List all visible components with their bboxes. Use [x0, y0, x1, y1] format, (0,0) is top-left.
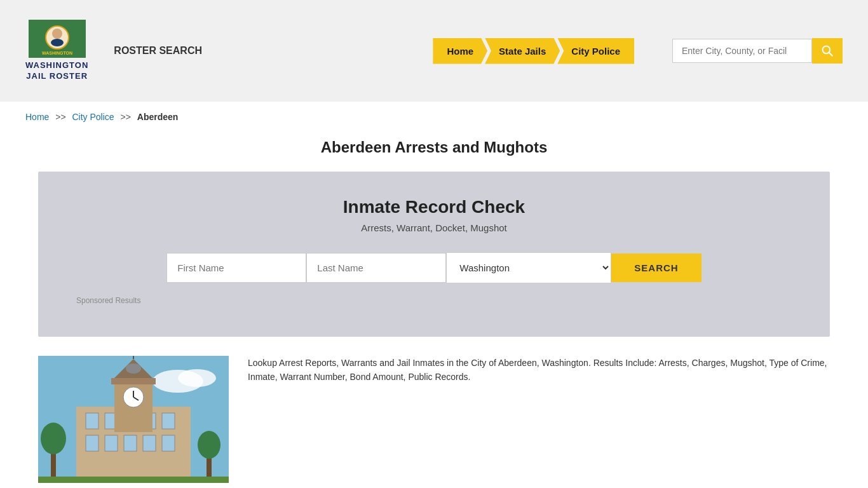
svg-rect-20 [162, 435, 175, 451]
svg-rect-18 [124, 435, 137, 451]
header-search-area [672, 38, 843, 64]
header-search-button[interactable] [812, 38, 843, 64]
record-check-section: Inmate Record Check Arrests, Warrant, Do… [38, 172, 830, 337]
svg-line-6 [829, 53, 833, 57]
svg-rect-22 [111, 378, 156, 384]
header-search-input[interactable] [672, 39, 812, 63]
city-police-nav-button[interactable]: City Police [557, 38, 634, 64]
svg-point-9 [178, 369, 216, 387]
sponsored-label: Sponsored Results [76, 296, 792, 305]
breadcrumb-sep2: >> [121, 112, 131, 122]
svg-rect-33 [38, 477, 229, 483]
svg-rect-19 [143, 435, 156, 451]
page-title: Aberdeen Arrests and Mughots [0, 139, 868, 156]
svg-point-2 [52, 29, 62, 39]
first-name-input[interactable] [166, 253, 306, 283]
inmate-search-form: AlabamaAlaskaArizonaArkansasCaliforniaCo… [76, 252, 792, 283]
search-icon [821, 44, 834, 57]
logo-area: WASHINGTON WASHINGTON JAIL ROSTER [25, 20, 88, 82]
roster-search-label: ROSTER SEARCH [114, 45, 202, 57]
svg-rect-11 [86, 413, 98, 429]
state-select[interactable]: AlabamaAlaskaArizonaArkansasCaliforniaCo… [446, 252, 611, 283]
bottom-section: Lookup Arrest Reports, Warrants and Jail… [0, 337, 868, 488]
logo-title: WASHINGTON JAIL ROSTER [25, 60, 88, 82]
main-nav: Home State Jails City Police [433, 38, 634, 64]
svg-point-32 [198, 431, 220, 459]
svg-point-3 [51, 39, 64, 46]
last-name-input[interactable] [306, 253, 446, 283]
inmate-search-button[interactable]: SEARCH [611, 254, 701, 282]
svg-point-27 [126, 363, 141, 374]
home-nav-button[interactable]: Home [433, 38, 487, 64]
state-jails-nav-button[interactable]: State Jails [485, 38, 560, 64]
svg-text:WASHINGTON: WASHINGTON [42, 51, 72, 55]
breadcrumb-current: Aberdeen [137, 112, 179, 122]
building-illustration [38, 356, 229, 483]
breadcrumb-city-police-link[interactable]: City Police [72, 112, 114, 122]
svg-rect-15 [162, 413, 175, 429]
record-check-subtitle: Arrests, Warrant, Docket, Mugshot [76, 222, 792, 233]
breadcrumb-sep1: >> [55, 112, 65, 122]
svg-point-30 [41, 423, 66, 454]
svg-point-5 [823, 46, 831, 54]
record-check-title: Inmate Record Check [76, 197, 792, 217]
breadcrumb-home-link[interactable]: Home [25, 112, 49, 122]
site-header: WASHINGTON WASHINGTON JAIL ROSTER ROSTER… [0, 0, 868, 102]
svg-rect-16 [86, 435, 98, 451]
washington-flag-icon: WASHINGTON [29, 20, 86, 58]
svg-rect-17 [105, 435, 118, 451]
building-description: Lookup Arrest Reports, Warrants and Jail… [248, 356, 830, 384]
building-image [38, 356, 229, 483]
breadcrumb: Home >> City Police >> Aberdeen [0, 102, 868, 132]
